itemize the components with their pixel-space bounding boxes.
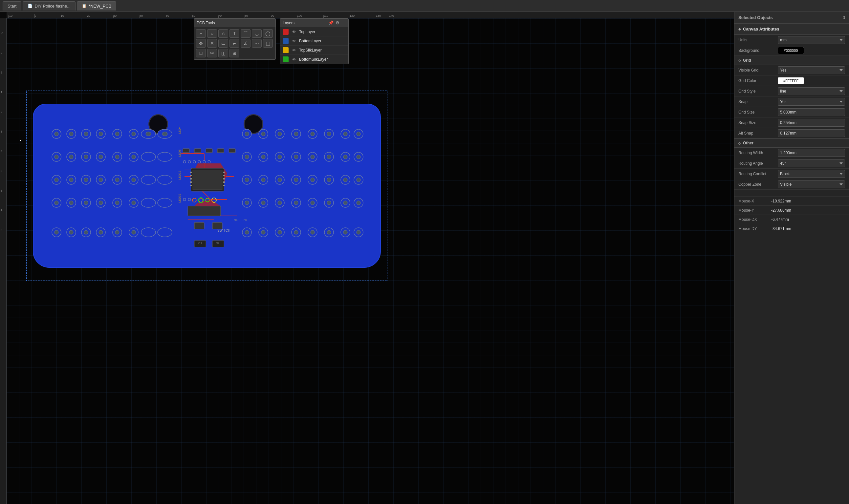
tool-track[interactable]: ⌂ xyxy=(218,29,228,38)
svg-point-57 xyxy=(158,198,172,208)
grid-size-input[interactable] xyxy=(778,108,845,116)
snap-select[interactable]: Yes No xyxy=(778,98,845,106)
layer-eye-bottom[interactable]: 👁 xyxy=(291,38,297,43)
tool-pad[interactable]: ○ xyxy=(207,29,217,38)
tool-pad2[interactable]: ◫ xyxy=(218,49,228,57)
tool-cross[interactable]: ✕ xyxy=(207,39,217,48)
mouse-dx-value: -6.477mm xyxy=(771,217,789,222)
svg-point-1 xyxy=(54,132,58,136)
layer-color-topsilk xyxy=(283,47,288,53)
layers-pin-icon[interactable]: 📌 xyxy=(328,20,334,25)
svg-point-43 xyxy=(158,175,172,184)
svg-point-83 xyxy=(327,132,331,136)
background-row: Background #000000 xyxy=(735,45,849,56)
ruler-v-mark: 3 xyxy=(1,130,2,133)
other-section-header[interactable]: ◇ Other xyxy=(735,139,849,148)
ruler-mark: 130 xyxy=(376,14,381,17)
routing-conflict-select[interactable]: Block Warn Ignore xyxy=(778,170,845,178)
coordinates-section: Mouse-X -10.922mm Mouse-Y -27.686mm Mous… xyxy=(735,196,849,233)
svg-point-93 xyxy=(278,155,282,159)
svg-text:C1: C1 xyxy=(198,241,202,245)
ruler-tick xyxy=(192,15,192,18)
svg-point-59 xyxy=(54,230,58,234)
svg-rect-172 xyxy=(223,181,225,183)
svg-point-25 xyxy=(115,155,119,159)
pcb-board[interactable]: SWITCH xyxy=(33,104,381,268)
ruler-mark: 10 xyxy=(61,14,64,17)
svg-point-194 xyxy=(208,160,210,163)
layer-eye-bottomsilk[interactable]: 👁 xyxy=(291,57,297,62)
layers-close-icon[interactable]: — xyxy=(341,20,346,25)
tool-text[interactable]: T xyxy=(229,29,239,38)
tab-pcb1[interactable]: 📄 DIY Police flashe... xyxy=(23,1,75,11)
svg-rect-167 xyxy=(190,181,192,183)
background-color-swatch[interactable]: #000000 xyxy=(778,47,804,54)
grid-section-header[interactable]: ◇ Grid xyxy=(735,56,849,65)
grid-color-swatch[interactable]: #FFFFFF xyxy=(778,77,804,84)
ruler-v-mark: 2 xyxy=(1,110,2,113)
layer-row-bottomsilk[interactable]: 👁 BottomSilkLayer xyxy=(280,55,348,64)
layers-header: Layers 📌 ⚙ — xyxy=(280,19,348,27)
grid-style-select[interactable]: line dot xyxy=(778,87,845,95)
svg-rect-169 xyxy=(223,172,225,173)
snap-size-row: Snap Size xyxy=(735,118,849,128)
other-section-title: Other xyxy=(743,141,754,145)
tool-circle[interactable]: ◯ xyxy=(263,29,273,38)
svg-point-196 xyxy=(188,198,191,201)
layer-eye-top[interactable]: 👁 xyxy=(291,29,297,34)
alt-snap-input[interactable] xyxy=(778,129,845,137)
svg-point-17 xyxy=(54,155,58,159)
units-row: Units mm mil inch xyxy=(735,35,849,45)
svg-point-184 xyxy=(199,198,203,202)
svg-point-71 xyxy=(158,228,172,237)
layer-row-top[interactable]: 👁 TopLayer xyxy=(280,27,348,36)
mouse-dx-row: Mouse-DX -6.477mm xyxy=(735,215,849,224)
tool-arc1[interactable]: ⌒ xyxy=(241,29,250,38)
canvas-attrs-header[interactable]: ◆ Canvas Attributes xyxy=(735,24,849,35)
tool-angle[interactable]: ∠ xyxy=(241,39,250,48)
svg-point-87 xyxy=(356,132,360,136)
canvas-area[interactable]: -10 0 10 20 30 40 50 60 70 80 90 100 110 xyxy=(0,12,734,504)
tool-probe[interactable]: ⋯ xyxy=(252,39,262,48)
tool-square[interactable]: □ xyxy=(196,49,206,57)
layer-row-bottom[interactable]: 👁 BottomLayer xyxy=(280,36,348,46)
routing-width-input[interactable] xyxy=(778,149,845,157)
pcb-tools-title: PCB Tools xyxy=(197,21,215,25)
svg-rect-173 xyxy=(223,185,225,186)
tool-corner[interactable]: ⌐ xyxy=(229,39,239,48)
tool-grid2[interactable]: ⊞ xyxy=(229,49,239,57)
svg-point-37 xyxy=(99,178,103,182)
visible-grid-label: Visible Grid xyxy=(738,68,778,73)
svg-rect-174 xyxy=(183,149,190,152)
background-label: Background xyxy=(738,48,778,53)
snap-size-input[interactable] xyxy=(778,119,845,127)
svg-text:LED4: LED4 xyxy=(178,126,181,134)
ruler-tick xyxy=(245,15,245,18)
tool-select-rect[interactable]: ⬚ xyxy=(263,39,273,48)
layer-eye-topsilk[interactable]: 👁 xyxy=(291,48,297,53)
ruler-mark: 30 xyxy=(113,14,117,17)
layer-row-topsilk[interactable]: 👁 TopSilkLayer xyxy=(280,46,348,55)
svg-text:R6: R6 xyxy=(244,218,248,221)
pcb-viewport[interactable]: SWITCH xyxy=(6,18,734,504)
alt-snap-row: Alt Snap xyxy=(735,128,849,139)
layers-settings-icon[interactable]: ⚙ xyxy=(336,20,339,25)
tab-start[interactable]: Start xyxy=(3,1,21,11)
visible-grid-select[interactable]: Yes No xyxy=(778,66,845,74)
mouse-x-value: -10.922mm xyxy=(771,199,791,203)
tool-image[interactable]: ▭ xyxy=(218,39,228,48)
units-select[interactable]: mm mil inch xyxy=(778,36,845,44)
tool-move[interactable]: ✥ xyxy=(196,39,206,48)
copper-zone-select[interactable]: Visible Hidden xyxy=(778,180,845,188)
pcb-tools-close[interactable]: — xyxy=(269,21,273,25)
svg-text:C2: C2 xyxy=(216,241,219,245)
svg-point-125 xyxy=(278,201,282,205)
tab-new-pcb[interactable]: 📋 *NEW_PCB xyxy=(77,1,116,11)
tool-arc2[interactable]: ◡ xyxy=(252,29,262,38)
tool-route[interactable]: ⌐ xyxy=(196,29,206,38)
tool-cut[interactable]: ✂ xyxy=(207,49,217,57)
svg-point-45 xyxy=(54,201,58,205)
svg-point-183 xyxy=(192,198,196,202)
ruler-tick xyxy=(218,15,219,18)
routing-angle-select[interactable]: 45° 90° free xyxy=(778,160,845,167)
